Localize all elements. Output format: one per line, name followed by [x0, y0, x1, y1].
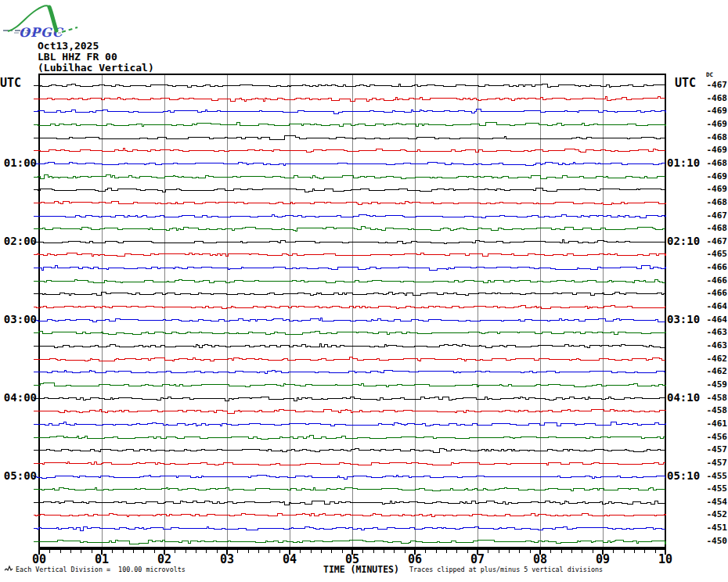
- trace-row: [34, 383, 665, 386]
- x-tick-label: 06: [402, 554, 428, 566]
- dc-value: -463: [703, 328, 727, 337]
- trace-row: [34, 279, 665, 282]
- trace-row: [34, 135, 665, 139]
- trace-row: [34, 397, 665, 401]
- trace-row: [34, 501, 665, 505]
- trace-row: [34, 422, 665, 426]
- x-tick-label: 02: [151, 554, 178, 566]
- dc-value: -469: [703, 106, 727, 116]
- x-tick-label: 00: [26, 554, 52, 566]
- trace-row: [34, 122, 665, 126]
- x-tick-label: 04: [276, 554, 303, 566]
- trace-row: [34, 357, 665, 361]
- trace-row: [34, 84, 665, 87]
- dc-value: -468: [703, 133, 727, 142]
- seismogram-plot: [0, 0, 728, 582]
- trace-row: [34, 318, 665, 322]
- trace-row: [34, 96, 665, 101]
- trace-row: [34, 487, 665, 490]
- dc-value: -466: [703, 276, 727, 286]
- trace-row: [34, 435, 665, 439]
- dc-value: -464: [703, 315, 727, 325]
- dc-value: -468: [703, 159, 727, 168]
- dc-value: -454: [703, 498, 727, 507]
- dc-value: -469: [703, 185, 727, 194]
- dc-value: -458: [703, 393, 727, 403]
- x-tick-label: 10: [652, 554, 679, 566]
- dc-value: -468: [703, 224, 727, 233]
- left-time-label: 04:00: [0, 392, 37, 404]
- trace-row: [34, 331, 665, 334]
- dc-value: -455: [703, 472, 727, 481]
- dc-value: -464: [703, 302, 727, 311]
- dc-value: -467: [703, 237, 727, 246]
- helicorder-page: OPGC Oct13,2025 LBL HHZ FR 00 (Lubilhac …: [0, 0, 728, 582]
- dc-value: -458: [703, 406, 727, 415]
- trace-row: [34, 475, 665, 479]
- dc-value: -459: [703, 380, 727, 390]
- dc-value: -461: [703, 419, 727, 429]
- x-tick-label: 09: [589, 554, 616, 566]
- dc-value: -467: [703, 211, 727, 221]
- dc-value: -450: [703, 537, 727, 546]
- trace-row: [34, 201, 665, 204]
- dc-value: -463: [703, 341, 727, 350]
- dc-value: -457: [703, 445, 727, 454]
- dc-value: -462: [703, 354, 727, 364]
- x-axis-title: TIME (MINUTES): [323, 564, 399, 575]
- dc-value: -467: [703, 81, 727, 90]
- left-time-label: 05:00: [0, 470, 37, 482]
- trace-row: [34, 214, 665, 217]
- scale-marker-icon: [4, 563, 15, 573]
- left-time-label: 01:00: [0, 157, 37, 169]
- dc-value: -469: [703, 120, 727, 129]
- dc-value: -456: [703, 433, 727, 442]
- trace-row: [34, 162, 665, 165]
- trace-row: [34, 265, 665, 270]
- x-tick-label: 08: [527, 554, 553, 566]
- trace-row: [34, 540, 665, 544]
- trace-row: [34, 292, 665, 295]
- trace-row: [34, 343, 665, 347]
- x-tick-label: 07: [464, 554, 491, 566]
- scale-note: Each Vertical Division = 100.00 microvol…: [16, 566, 186, 574]
- dc-value: -455: [703, 484, 727, 494]
- trace-row: [34, 370, 665, 373]
- trace-row: [34, 148, 665, 152]
- left-time-label: 03:00: [0, 314, 37, 325]
- trace-row: [34, 409, 665, 413]
- dc-value: -466: [703, 263, 727, 272]
- dc-value: -451: [703, 523, 727, 533]
- dc-value: -468: [703, 198, 727, 207]
- trace-row: [34, 305, 665, 308]
- left-time-label: 02:00: [0, 235, 37, 247]
- dc-value: -468: [703, 94, 727, 103]
- x-tick-label: 01: [88, 554, 115, 566]
- trace-row: [34, 174, 665, 178]
- trace-row: [34, 513, 665, 516]
- dc-value: -452: [703, 510, 727, 519]
- dc-value: -469: [703, 172, 727, 181]
- trace-row: [34, 226, 665, 231]
- dc-value: -457: [703, 458, 727, 468]
- dc-value: -462: [703, 367, 727, 376]
- dc-value: -465: [703, 250, 727, 259]
- trace-row: [34, 239, 665, 243]
- trace-row: [34, 448, 665, 452]
- x-tick-label: 03: [214, 554, 240, 566]
- trace-row: [34, 526, 665, 530]
- trace-row: [34, 462, 665, 465]
- dc-value: -466: [703, 289, 727, 298]
- trace-row: [34, 109, 665, 113]
- trace-row: [34, 253, 665, 256]
- trace-row: [34, 188, 665, 192]
- dc-value: -469: [703, 146, 727, 155]
- clip-note: Traces clipped at plus/minus 5 vertical …: [409, 566, 603, 574]
